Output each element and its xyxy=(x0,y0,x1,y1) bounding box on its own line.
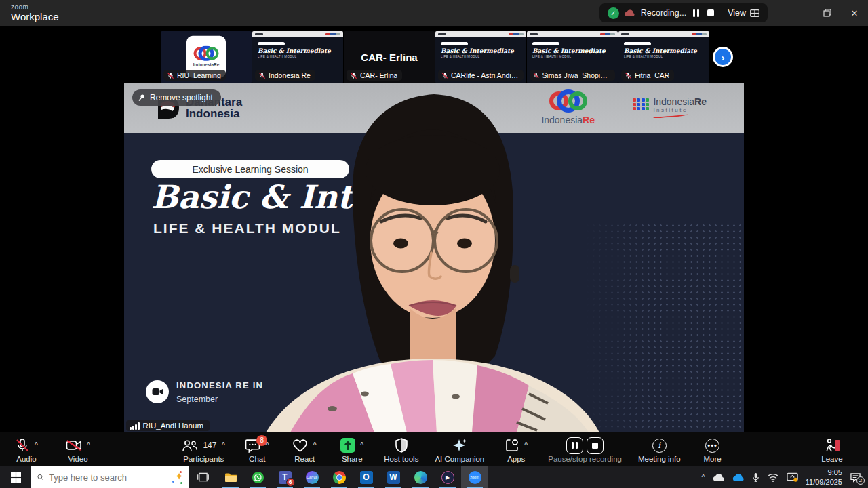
stop-recording-button[interactable] xyxy=(706,8,715,18)
tray-hidden-icons-chevron[interactable]: ^ xyxy=(702,473,705,481)
pause-recording-icon[interactable] xyxy=(566,437,583,454)
media-player-app[interactable]: ▶ xyxy=(434,466,461,488)
muted-mic-icon xyxy=(15,438,30,453)
clock-date: 11/09/2025 xyxy=(806,477,842,487)
zoom-app[interactable]: zoom xyxy=(461,466,488,488)
teams-icon: T6 xyxy=(279,471,292,484)
share-options-chevron[interactable]: ^ xyxy=(360,441,364,449)
participant-thumbnail-carlife-astri[interactable]: Basic & Intermediate LIFE & HEALTH MODUL… xyxy=(435,31,526,83)
teams-app[interactable]: T6 xyxy=(271,466,298,488)
tray-microphone-icon[interactable] xyxy=(752,472,760,483)
taskbar-search[interactable]: ✦ xyxy=(31,466,189,488)
next-participants-button[interactable]: › xyxy=(713,47,733,67)
ai-companion-button[interactable]: AI Companion xyxy=(435,436,484,463)
react-options-chevron[interactable]: ^ xyxy=(313,441,317,449)
outlook-app[interactable]: O xyxy=(353,466,380,488)
meeting-info-button[interactable]: i Meeting info xyxy=(638,436,681,463)
chrome-app[interactable] xyxy=(326,466,353,488)
muted-mic-icon xyxy=(350,72,357,79)
share-button[interactable]: ^ Share xyxy=(336,436,368,463)
taskbar-clock[interactable]: 9:05 11/09/2025 xyxy=(806,468,842,487)
react-label: React xyxy=(294,455,315,463)
view-button[interactable]: View xyxy=(728,8,760,18)
view-label: View xyxy=(728,8,746,18)
share-screen-icon xyxy=(340,438,355,453)
participant-filmstrip: IndonesiaRe RIU_Learning Basic & Interme… xyxy=(0,26,868,83)
audio-button[interactable]: ^ Audio xyxy=(11,436,42,463)
more-button[interactable]: ••• More xyxy=(697,436,728,463)
pause-icon xyxy=(693,9,699,17)
spotlight-video[interactable]: Danantara Indonesia IndonesiaRe Indo xyxy=(124,83,744,432)
participant-name: Indonesia Re xyxy=(269,71,311,79)
muted-mic-icon xyxy=(441,72,448,79)
cloud-recording-icon xyxy=(625,9,635,17)
video-button[interactable]: ^ Video xyxy=(62,436,94,463)
display-cast-icon[interactable] xyxy=(787,472,798,482)
participant-thumbnail-car-erlina[interactable]: CAR- Erlina CAR- Erlina xyxy=(344,31,435,83)
mini-slide-pill xyxy=(624,42,651,45)
system-tray: ^ 9:05 11/09/2025 2 xyxy=(702,466,868,488)
edge-app[interactable] xyxy=(407,466,434,488)
mini-slide-subtitle: LIFE & HEALTH MODUL xyxy=(624,55,709,58)
participant-name-tag: Indonesia Re xyxy=(255,70,315,81)
host-tools-button[interactable]: Host tools xyxy=(384,436,418,463)
minimize-button[interactable]: — xyxy=(787,0,814,26)
canva-icon: Canva xyxy=(306,471,319,484)
pause-stop-recording-button[interactable]: Pause/stop recording xyxy=(548,436,622,463)
restore-button[interactable] xyxy=(814,0,841,26)
participant-thumbnail-riu-learning[interactable]: IndonesiaRe RIU_Learning xyxy=(161,31,252,83)
grid-view-icon xyxy=(750,9,760,17)
mini-slide-header xyxy=(435,31,526,37)
mini-slide-title: Basic & Intermediate xyxy=(532,47,618,54)
video-options-chevron[interactable]: ^ xyxy=(87,441,91,449)
chat-options-chevron[interactable]: ^ xyxy=(265,441,269,449)
task-view-icon xyxy=(197,472,209,482)
search-input[interactable] xyxy=(49,472,168,483)
participant-thumbnail-indonesia-re[interactable]: Basic & Intermediate LIFE & HEALTH MODUL… xyxy=(252,31,343,83)
mini-slide-pill xyxy=(258,42,285,45)
apps-button[interactable]: ^ Apps xyxy=(500,436,532,463)
word-app[interactable]: W xyxy=(380,466,407,488)
mini-slide-subtitle: LIFE & HEALTH MODUL xyxy=(532,55,618,58)
pause-recording-button[interactable] xyxy=(692,8,701,18)
action-center-button[interactable]: 2 xyxy=(850,472,861,483)
chat-button[interactable]: 8 ^ Chat xyxy=(241,436,273,463)
canva-app[interactable]: Canva xyxy=(298,466,326,488)
search-icon xyxy=(37,472,43,482)
stop-recording-icon[interactable] xyxy=(587,437,604,454)
participants-button[interactable]: 147 ^ Participants xyxy=(182,436,225,463)
apps-options-chevron[interactable]: ^ xyxy=(524,441,528,449)
participant-name: CARlife - Astri Andiaw... xyxy=(451,71,519,79)
start-button[interactable] xyxy=(0,466,31,488)
remove-spotlight-button[interactable]: Remove spotlight xyxy=(132,89,221,106)
network-wifi-icon[interactable] xyxy=(767,473,779,482)
participant-thumbnail-fitria-car[interactable]: Basic & Intermediate LIFE & HEALTH MODUL… xyxy=(618,31,709,83)
chrome-icon xyxy=(333,471,346,484)
recording-controls-label: Pause/stop recording xyxy=(548,455,622,463)
title-bar: zoom Workplace ✓ Recording... View xyxy=(0,0,868,26)
task-view-button[interactable] xyxy=(189,466,217,488)
close-button[interactable]: ✕ xyxy=(841,0,868,26)
file-explorer-icon xyxy=(224,472,237,483)
whatsapp-app[interactable] xyxy=(244,466,271,488)
chat-label: Chat xyxy=(249,455,265,463)
participants-options-chevron[interactable]: ^ xyxy=(221,441,225,449)
participant-thumbnail-simas-jiwa[interactable]: Basic & Intermediate LIFE & HEALTH MODUL… xyxy=(527,31,618,83)
muted-mic-icon xyxy=(167,72,174,79)
search-highlights-icon: ✦ xyxy=(174,470,182,484)
zoom-app-icon: zoom xyxy=(469,471,481,484)
react-button[interactable]: ^ React xyxy=(289,436,320,463)
onedrive-personal-icon[interactable] xyxy=(713,473,725,482)
window-controls: — ✕ xyxy=(787,0,868,26)
onedrive-business-icon[interactable] xyxy=(732,473,745,482)
spotlight-participant-name: RIU_Andi Hanum xyxy=(143,422,203,430)
file-explorer-app[interactable] xyxy=(217,466,244,488)
muted-mic-icon xyxy=(533,72,539,79)
audio-options-chevron[interactable]: ^ xyxy=(35,441,39,449)
recording-indicator: ✓ Recording... View xyxy=(599,3,768,22)
muted-mic-icon xyxy=(258,72,266,79)
leave-button[interactable]: Leave xyxy=(816,436,848,463)
leave-label: Leave xyxy=(821,455,842,463)
teams-badge: 6 xyxy=(286,478,295,487)
heart-icon xyxy=(292,439,308,453)
